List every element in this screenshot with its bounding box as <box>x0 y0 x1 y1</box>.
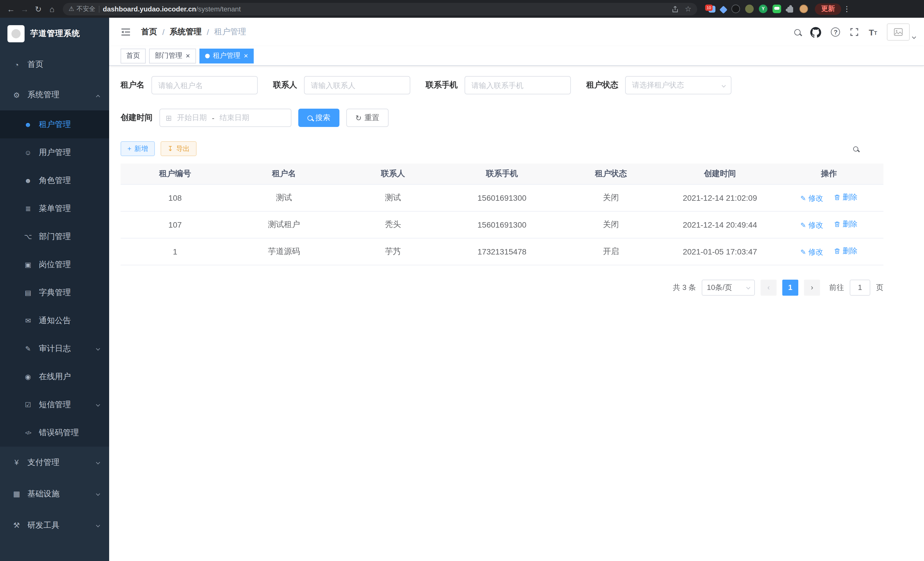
navbar-actions: ? TT <box>795 23 915 41</box>
address-bar[interactable]: ⚠ 不安全 dashboard.yudao.iocoder.cn/system/… <box>63 3 697 15</box>
tab-dept[interactable]: 部门管理 × <box>149 48 196 63</box>
security-label: 不安全 <box>76 5 95 13</box>
page-size-select[interactable]: 10条/页 <box>702 279 755 295</box>
browser-update-button[interactable]: 更新 <box>815 3 841 15</box>
omnibox-divider <box>99 5 99 12</box>
sidebar-item-payment[interactable]: ¥ 支付管理 <box>0 447 109 478</box>
sidebar-item-online-users[interactable]: ◉ 在线用户 <box>0 362 109 391</box>
tenant-name-input[interactable] <box>152 76 258 94</box>
search-button[interactable]: 搜索 <box>298 109 339 127</box>
avatar[interactable] <box>887 23 910 41</box>
sidebar-item-dict[interactable]: ▤ 字典管理 <box>0 278 109 307</box>
phone-input[interactable] <box>465 76 571 94</box>
sidebar-item-label: 通知公告 <box>39 315 71 326</box>
delete-link[interactable]: 删除 <box>833 192 857 202</box>
extension-badged-icon[interactable]: 10 <box>705 4 716 14</box>
sidebar-item-system[interactable]: ⚙ 系统管理 <box>0 80 109 110</box>
prev-page-button[interactable]: ‹ <box>760 279 777 295</box>
sidebar-item-dev-tools[interactable]: ⚒ 研发工具 <box>0 510 109 541</box>
extension-dark-icon[interactable] <box>731 5 740 13</box>
sidebar-item-menu[interactable]: ≣ 菜单管理 <box>0 194 109 223</box>
contact-input[interactable] <box>304 76 410 94</box>
table-row[interactable]: 1 芋道源码 芋艿 17321315478 开启 2021-01-05 17:0… <box>121 238 884 265</box>
fullscreen-icon[interactable] <box>850 27 859 37</box>
caret-down-icon <box>912 35 916 39</box>
badge-icon: ▣ <box>23 260 33 268</box>
export-button[interactable]: ↧ 导出 <box>160 141 196 156</box>
pagination: 共 3 条 10条/页 ‹ 1 › 前往 页 <box>121 279 884 295</box>
sidebar-item-home[interactable]: ◔ 首页 <box>0 50 109 80</box>
breadcrumb-separator: / <box>207 27 209 37</box>
sidebar-item-label: 岗位管理 <box>39 259 71 270</box>
sidebar-item-notice[interactable]: ✉ 通知公告 <box>0 307 109 335</box>
table-toolbar: + 新增 ↧ 导出 <box>121 141 884 156</box>
close-icon[interactable]: × <box>186 52 190 59</box>
cell-created: 2021-01-05 17:03:47 <box>665 238 774 265</box>
browser-reload-icon[interactable]: ↻ <box>32 3 45 15</box>
extension-diamond-icon[interactable] <box>719 6 728 14</box>
sidebar-item-audit-log[interactable]: ✎ 审计日志 <box>0 335 109 362</box>
add-button[interactable]: + 新增 <box>121 141 155 156</box>
collapse-sidebar-icon[interactable] <box>121 28 131 36</box>
page-size-value: 10条/页 <box>707 282 732 293</box>
sidebar-item-infrastructure[interactable]: ▦ 基础设施 <box>0 478 109 510</box>
sidebar-item-tenant[interactable]: ☻ 租户管理 <box>0 110 109 138</box>
browser-forward-icon[interactable]: → <box>18 3 31 15</box>
app-logo-area[interactable]: 芋道管理系统 <box>0 18 109 50</box>
extension-green-y-icon[interactable]: Y <box>759 5 767 13</box>
bookmark-star-icon[interactable]: ☆ <box>685 5 692 13</box>
extension-olive-icon[interactable] <box>745 5 754 13</box>
share-icon[interactable] <box>672 5 679 13</box>
edit-link[interactable]: ✎修改 <box>800 193 823 203</box>
font-size-icon[interactable]: TT <box>869 28 877 36</box>
browser-menu-icon[interactable]: ⋮ <box>842 5 851 13</box>
github-icon[interactable] <box>811 27 821 38</box>
menu-tree-icon: ≣ <box>23 205 33 212</box>
edit-link[interactable]: ✎修改 <box>800 220 823 230</box>
main-area: 首页 / 系统管理 / 租户管理 ? TT <box>109 18 924 561</box>
tab-home[interactable]: 首页 <box>121 48 146 63</box>
help-icon[interactable]: ? <box>831 27 840 37</box>
browser-back-icon[interactable]: ← <box>4 3 17 15</box>
sidebar-item-user[interactable]: ☺ 用户管理 <box>0 138 109 166</box>
next-page-button[interactable]: › <box>804 279 820 295</box>
reset-button[interactable]: ↻ 重置 <box>346 109 388 127</box>
sidebar-item-error-code[interactable]: </> 错误码管理 <box>0 419 109 447</box>
delete-link[interactable]: 删除 <box>833 246 857 256</box>
browser-profile-avatar[interactable] <box>800 5 808 13</box>
delete-link[interactable]: 删除 <box>833 219 857 229</box>
breadcrumb-system[interactable]: 系统管理 <box>170 27 202 37</box>
sidebar: 芋道管理系统 ◔ 首页 ⚙ 系统管理 ☻ 租户管理 ☺ 用户管理 <box>0 18 109 561</box>
url-text[interactable]: dashboard.yudao.iocoder.cn/system/tenant <box>103 5 241 13</box>
sidebar-item-dept[interactable]: ⌥ 部门管理 <box>0 223 109 250</box>
page-number-1[interactable]: 1 <box>782 279 798 295</box>
cell-tenant-id: 1 <box>121 238 230 265</box>
table-row[interactable]: 108 测试 测试 15601691300 关闭 2021-12-14 21:0… <box>121 184 884 211</box>
sidebar-item-post[interactable]: ▣ 岗位管理 <box>0 250 109 278</box>
refresh-button[interactable] <box>870 142 884 156</box>
security-status[interactable]: ⚠ 不安全 <box>69 5 95 13</box>
sidebar-item-role[interactable]: ☻ 角色管理 <box>0 166 109 194</box>
toggle-search-button[interactable] <box>849 142 862 156</box>
browser-home-icon[interactable]: ⌂ <box>46 3 58 15</box>
goto-page-input[interactable] <box>850 279 870 295</box>
tab-tenant[interactable]: 租户管理 × <box>199 48 254 63</box>
extensions-puzzle-icon[interactable] <box>786 5 794 13</box>
url-path: /system/tenant <box>196 5 241 13</box>
cell-created: 2021-12-14 21:02:09 <box>665 184 774 211</box>
goto-label: 前往 <box>829 282 844 293</box>
search-icon[interactable] <box>795 29 801 35</box>
user-menu[interactable] <box>887 23 915 41</box>
sidebar-item-sms[interactable]: ☑ 短信管理 <box>0 391 109 419</box>
status-select[interactable]: 请选择租户状态 <box>625 76 731 94</box>
date-range-picker[interactable]: ⊞ 开始日期 - 结束日期 <box>159 109 291 127</box>
breadcrumb-home[interactable]: 首页 <box>141 27 157 37</box>
edit-link[interactable]: ✎修改 <box>800 247 823 257</box>
table-row[interactable]: 107 测试租户 秃头 15601691300 关闭 2021-12-14 20… <box>121 211 884 238</box>
extension-chat-icon[interactable] <box>772 5 781 13</box>
reset-button-label: 重置 <box>364 113 380 123</box>
breadcrumb-current: 租户管理 <box>214 27 246 37</box>
close-icon[interactable]: × <box>244 52 248 59</box>
tab-active-dot <box>205 53 209 58</box>
message-icon: ✉ <box>23 317 33 325</box>
